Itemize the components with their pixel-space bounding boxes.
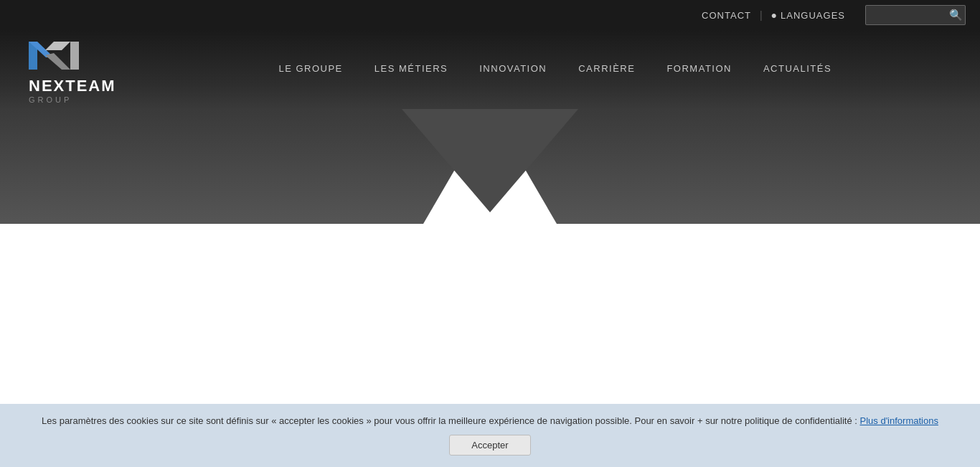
top-bar-divider: | <box>760 9 763 21</box>
logo-icon <box>29 36 79 75</box>
hero-section <box>0 109 980 274</box>
nav-item-les-metiers[interactable]: LES MÉTIERS <box>359 30 463 109</box>
nav-item-actualites[interactable]: ACTUALITÉS <box>748 30 847 109</box>
top-bar: CONTACT | ● LANGUAGES 🔍 <box>0 0 980 30</box>
cookie-message: Les paramètres des cookies sur ce site s… <box>42 414 938 428</box>
search-bar[interactable]: 🔍 <box>865 5 966 25</box>
logo-group-text: GROUP <box>29 95 72 104</box>
svg-marker-3 <box>45 42 70 50</box>
logo-nexteam-text: NEXTEAM <box>29 78 116 94</box>
contact-link[interactable]: CONTACT <box>702 10 751 21</box>
cookie-more-info-link[interactable]: Plus d'informations <box>860 415 938 426</box>
cookie-bar: Les paramètres des cookies sur ce site s… <box>0 404 980 468</box>
svg-marker-4 <box>45 53 70 70</box>
svg-marker-1 <box>70 42 79 70</box>
globe-icon: ● <box>771 9 778 21</box>
nav-item-le-groupe[interactable]: LE GROUPE <box>263 30 358 109</box>
nav-item-innovation[interactable]: INNOVATION <box>463 30 562 109</box>
header: NEXTEAM GROUP LE GROUPE LES MÉTIERS INNO… <box>0 30 980 109</box>
main-nav: LE GROUPE LES MÉTIERS INNOVATION CARRIÈR… <box>159 30 951 109</box>
search-button[interactable]: 🔍 <box>949 9 963 22</box>
languages-menu[interactable]: ● LANGUAGES <box>771 9 845 21</box>
nav-item-formation[interactable]: FORMATION <box>651 30 748 109</box>
logo[interactable]: NEXTEAM GROUP <box>29 36 116 104</box>
search-input[interactable] <box>870 10 949 21</box>
chevron-decoration <box>0 109 980 224</box>
cookie-accept-button[interactable]: Accepter <box>449 435 530 456</box>
nav-item-carriere[interactable]: CARRIÈRE <box>562 30 651 109</box>
